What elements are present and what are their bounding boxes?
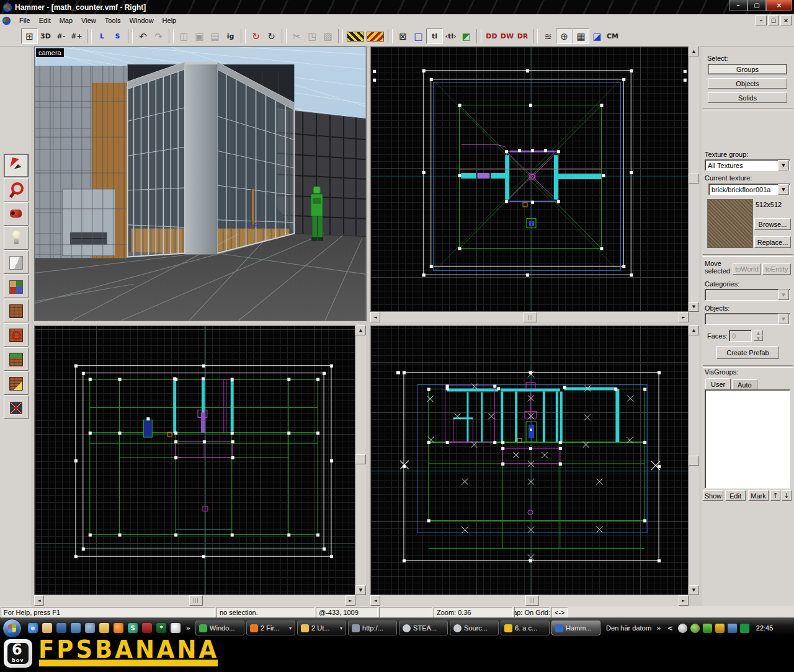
vertex-tool-button[interactable] [4, 396, 29, 419]
menu-item[interactable]: Map [55, 15, 77, 25]
task-explorer[interactable]: 2 Ut... ▾ [297, 621, 346, 635]
scrollbar-vertical-front-view[interactable]: ▲ ▼ [355, 325, 366, 595]
select-touching-icon[interactable]: ⊠ [395, 29, 411, 43]
steam-icon[interactable] [171, 623, 181, 633]
browse-button[interactable]: Browse... [754, 218, 791, 230]
toggle-dr-icon[interactable]: DR [515, 29, 530, 43]
security-shield-icon[interactable] [715, 624, 725, 633]
scroll-up-icon[interactable]: ▲ [689, 325, 699, 335]
scroll-thumb[interactable] [689, 456, 699, 466]
spinner-up-icon[interactable]: ▲ [754, 330, 763, 335]
recorder-icon[interactable]: S [128, 623, 138, 633]
chevron-down-icon[interactable]: ▼ [778, 184, 789, 195]
ungroup-icon[interactable]: ▤ [207, 29, 223, 43]
viewport-2d-side[interactable] [370, 325, 689, 595]
scrollbar-horizontal-side-view[interactable]: ◄ ► [370, 595, 689, 606]
remote-desktop-icon[interactable] [56, 623, 66, 633]
task-source-sdk[interactable]: Sourc... [450, 621, 499, 635]
scrollbar-horizontal-top-view[interactable]: ◄ ► [370, 312, 689, 322]
scroll-left-icon[interactable]: ◄ [370, 312, 380, 322]
toggle-dd-icon[interactable]: DD [484, 29, 499, 43]
toggle-textures-tool-button[interactable] [4, 275, 29, 298]
texture-lock-icon[interactable]: tl [426, 29, 443, 44]
visgroups-tab-auto[interactable]: Auto [732, 379, 757, 390]
scroll-up-icon[interactable]: ▲ [689, 46, 699, 56]
scroll-down-icon[interactable]: ▼ [689, 585, 699, 595]
toggle-dw-icon[interactable]: DW [499, 29, 515, 43]
hide-selected-icon[interactable]: ↻ [248, 29, 264, 43]
smoothing-groups-icon[interactable]: ≋ [540, 29, 556, 43]
task-messenger[interactable]: Windo... [195, 621, 244, 635]
viewport-2d-top[interactable] [370, 46, 689, 312]
scroll-right-icon[interactable]: ► [346, 595, 355, 606]
scroll-up-icon[interactable]: ▲ [355, 325, 366, 335]
network-status-icon[interactable] [728, 624, 737, 633]
move-up-button[interactable]: ↑ [770, 490, 780, 501]
scrollbar-horizontal-front-view[interactable]: ◄ ► [34, 595, 355, 606]
select-inside-icon[interactable]: □ [411, 29, 426, 43]
nvidia-tray-icon[interactable] [740, 624, 749, 633]
viewport-2d-front[interactable] [34, 325, 355, 595]
tray-collapse-icon[interactable]: < [667, 624, 673, 632]
magnify-tool-button[interactable] [4, 178, 29, 201]
selection-tool-button[interactable] [4, 154, 29, 177]
desktop-toolbar-label[interactable]: Den här datorn [606, 624, 651, 632]
task-steam[interactable]: STEA... [399, 621, 448, 635]
task-dropdown-icon[interactable]: ▾ [340, 626, 342, 631]
xfire-icon[interactable]: * [156, 623, 166, 633]
spinner-down-icon[interactable]: ▼ [754, 335, 763, 341]
cut-icon[interactable]: ✂ [289, 29, 305, 43]
scroll-down-icon[interactable]: ▼ [355, 585, 366, 595]
faces-input[interactable]: 0 [729, 330, 752, 342]
scroll-left-icon[interactable]: ◄ [370, 595, 380, 606]
task-hammer[interactable]: Hamm... [551, 621, 600, 635]
task-winamp[interactable]: 6. a c... [501, 621, 550, 635]
steam-tray-icon[interactable] [678, 624, 687, 633]
internet-explorer-icon[interactable]: e [28, 623, 38, 633]
ignore-groups-icon[interactable]: ig [223, 29, 238, 43]
block-tool-button[interactable] [4, 250, 29, 274]
network-places-icon[interactable] [85, 623, 95, 633]
scroll-thumb[interactable] [355, 454, 366, 464]
fade-preview-icon[interactable]: ▦ [573, 29, 589, 44]
task-browser[interactable]: http:/... [348, 621, 397, 635]
model-fade-icon[interactable]: ◪ [589, 29, 605, 43]
folder-icon[interactable] [99, 623, 109, 633]
messenger-status-icon[interactable] [703, 624, 712, 633]
create-prefab-button[interactable]: Create Prefab [716, 346, 779, 359]
scrollbar-vertical-top-view[interactable]: ▲ ▼ [689, 46, 699, 312]
larger-grid-icon[interactable]: #+ [69, 29, 84, 43]
categories-combo[interactable]: ▼ [705, 289, 790, 301]
utorrent-tray-icon[interactable] [690, 624, 700, 633]
texture-group-combo[interactable]: All Textures ▼ [705, 159, 790, 171]
toggle-grid-icon[interactable]: ⊞ [21, 29, 38, 44]
select-mode-button[interactable]: Objects [708, 78, 787, 89]
move-down-button[interactable]: ↓ [782, 490, 792, 501]
paste-icon[interactable]: ▨ [320, 29, 336, 43]
to-world-button[interactable]: toWorld [733, 263, 761, 275]
apply-decals-tool-button[interactable] [4, 323, 29, 347]
task-firefox[interactable]: 2 Fir... ▾ [246, 621, 295, 635]
scrollbar-vertical-side-view[interactable]: ▲ ▼ [689, 325, 699, 595]
menu-item[interactable]: File [15, 15, 35, 25]
mdi-minimize-button[interactable]: – [756, 15, 767, 25]
load-window-state-icon[interactable]: L [94, 29, 110, 43]
visgroups-list[interactable] [705, 389, 790, 489]
scroll-left-icon[interactable]: ◄ [34, 595, 44, 606]
edit-button[interactable]: Edit [725, 490, 746, 501]
menu-item[interactable]: Window [125, 15, 158, 25]
group-icon[interactable]: ▣ [192, 29, 207, 43]
current-texture-combo[interactable]: brick/brickfloor001a ▼ [708, 183, 790, 195]
cordon-texture-icon[interactable] [347, 32, 364, 42]
start-button[interactable] [2, 619, 22, 638]
flip-objects-icon[interactable]: ◩ [458, 29, 474, 43]
firefox-icon[interactable] [114, 623, 123, 633]
smaller-grid-icon[interactable]: #- [53, 29, 69, 43]
apply-overlays-tool-button[interactable] [4, 347, 29, 371]
viewport-3d-camera[interactable]: camera [34, 46, 367, 321]
select-mode-button[interactable]: Groups [708, 64, 787, 74]
entity-tool-button[interactable] [4, 226, 29, 250]
scroll-right-icon[interactable]: ► [679, 312, 689, 322]
chevron-down-icon[interactable]: ▼ [778, 160, 789, 170]
mdi-close-button[interactable]: × [780, 15, 792, 25]
